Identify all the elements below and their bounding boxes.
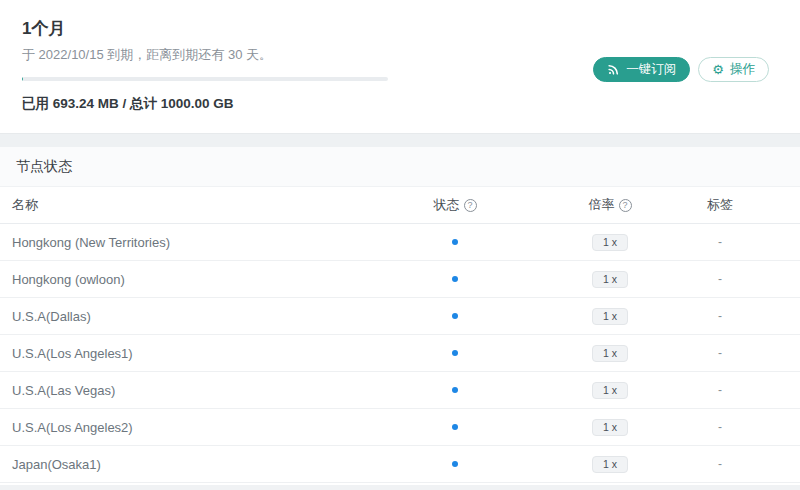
node-tag: - <box>690 235 750 249</box>
rss-icon <box>607 63 620 76</box>
subscribe-button[interactable]: 一键订阅 <box>593 57 690 82</box>
node-rate-badge: 1 x <box>592 234 628 251</box>
section-divider <box>0 133 800 147</box>
node-tag: - <box>690 309 750 323</box>
status-online-dot <box>452 313 458 319</box>
status-online-dot <box>452 276 458 282</box>
node-tag: - <box>690 272 750 286</box>
node-rate-badge: 1 x <box>592 308 628 325</box>
node-rate-cell: 1 x <box>530 345 690 362</box>
node-table: 名称 状态 ? 倍率 ? 标签 Hongkong (New Territorie… <box>0 187 800 483</box>
usage-summary: 已用 693.24 MB / 总计 1000.00 GB <box>22 95 778 113</box>
node-tag: - <box>690 420 750 434</box>
node-tag: - <box>690 346 750 360</box>
bottom-divider <box>0 485 800 490</box>
plan-title: 1个月 <box>22 18 778 39</box>
node-status-cell <box>380 424 530 430</box>
node-rate-cell: 1 x <box>530 234 690 251</box>
usage-progress-bar <box>22 77 388 81</box>
node-name: U.S.A(Dallas) <box>12 309 380 324</box>
node-status-cell <box>380 350 530 356</box>
node-rate-badge: 1 x <box>592 419 628 436</box>
node-tag: - <box>690 383 750 397</box>
plan-card: 1个月 于 2022/10/15 到期，距离到期还有 30 天。 已用 693.… <box>0 0 800 133</box>
node-row: Hongkong (New Territories) 1 x - <box>0 224 800 261</box>
nodes-section-title: 节点状态 <box>16 158 72 176</box>
status-online-dot <box>452 350 458 356</box>
node-row: U.S.A(Las Vegas) 1 x - <box>0 372 800 409</box>
column-header-name: 名称 <box>12 196 380 214</box>
column-header-rate-label: 倍率 <box>589 196 615 214</box>
node-name: U.S.A(Las Vegas) <box>12 383 380 398</box>
node-rate-cell: 1 x <box>530 456 690 473</box>
status-online-dot <box>452 424 458 430</box>
node-row: Hongkong (owloon) 1 x - <box>0 261 800 298</box>
actions-button[interactable]: ⚙ 操作 <box>698 57 769 82</box>
node-status-cell <box>380 313 530 319</box>
column-header-status: 状态 ? <box>380 196 530 214</box>
node-tag: - <box>690 457 750 471</box>
node-row: Japan(Osaka1) 1 x - <box>0 446 800 483</box>
node-rate-badge: 1 x <box>592 271 628 288</box>
node-status-cell <box>380 387 530 393</box>
status-online-dot <box>452 461 458 467</box>
nodes-card: 节点状态 名称 状态 ? 倍率 ? 标签 <box>0 147 800 483</box>
node-table-body: Hongkong (New Territories) 1 x - Hongkon… <box>0 224 800 483</box>
status-online-dot <box>452 387 458 393</box>
node-row: U.S.A(Los Angeles2) 1 x - <box>0 409 800 446</box>
node-rate-badge: 1 x <box>592 456 628 473</box>
node-rate-cell: 1 x <box>530 271 690 288</box>
nodes-card-header: 节点状态 <box>0 147 800 187</box>
node-rate-badge: 1 x <box>592 382 628 399</box>
node-rate-cell: 1 x <box>530 419 690 436</box>
column-header-tags: 标签 <box>690 196 750 214</box>
gear-icon: ⚙ <box>712 63 724 76</box>
rate-help-icon[interactable]: ? <box>619 199 632 212</box>
column-header-status-label: 状态 <box>434 196 460 214</box>
node-rate-cell: 1 x <box>530 382 690 399</box>
node-name: Japan(Osaka1) <box>12 457 380 472</box>
page: 1个月 于 2022/10/15 到期，距离到期还有 30 天。 已用 693.… <box>0 0 800 490</box>
node-row: U.S.A(Dallas) 1 x - <box>0 298 800 335</box>
node-rate-cell: 1 x <box>530 308 690 325</box>
plan-actions: 一键订阅 ⚙ 操作 <box>593 57 769 82</box>
status-help-icon[interactable]: ? <box>464 199 477 212</box>
node-name: Hongkong (owloon) <box>12 272 380 287</box>
column-header-rate: 倍率 ? <box>530 196 690 214</box>
actions-button-label: 操作 <box>730 61 755 78</box>
node-table-header: 名称 状态 ? 倍率 ? 标签 <box>0 187 800 224</box>
status-online-dot <box>452 239 458 245</box>
node-row: U.S.A(Los Angeles1) 1 x - <box>0 335 800 372</box>
node-status-cell <box>380 461 530 467</box>
node-rate-badge: 1 x <box>592 345 628 362</box>
node-status-cell <box>380 239 530 245</box>
node-name: Hongkong (New Territories) <box>12 235 380 250</box>
node-status-cell <box>380 276 530 282</box>
node-name: U.S.A(Los Angeles2) <box>12 420 380 435</box>
node-name: U.S.A(Los Angeles1) <box>12 346 380 361</box>
subscribe-button-label: 一键订阅 <box>626 61 676 78</box>
